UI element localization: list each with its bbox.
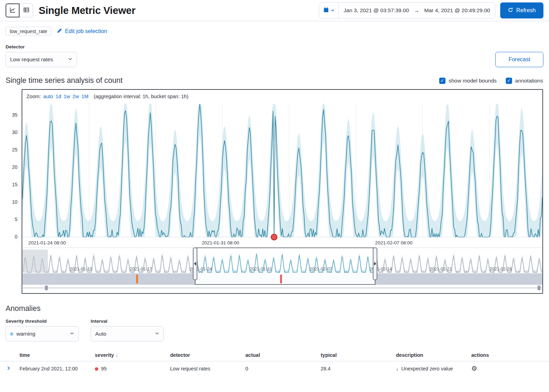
timeseries-chart-area: 05101520253035 Zoom: auto1d1w2w1M (aggre… — [22, 89, 543, 294]
gear-icon[interactable]: ⚙ — [471, 365, 477, 372]
end-date-button[interactable]: Mar 4, 2021 @ 20:49:29.00 — [419, 7, 495, 14]
chevron-down-icon — [155, 331, 159, 337]
anomalies-title: Anomalies — [0, 294, 549, 313]
svg-text:2021-02-21: 2021-02-21 — [429, 267, 452, 272]
svg-text:2021-02-07 08:00: 2021-02-07 08:00 — [375, 240, 412, 245]
brush-handle-left[interactable] — [193, 248, 197, 280]
annotations-checkbox[interactable]: ✓ annotations — [506, 78, 543, 84]
svg-text:2021-01-31: 2021-01-31 — [250, 267, 272, 272]
edit-job-selection-link[interactable]: Edit job selection — [57, 28, 107, 35]
date-range-picker: Jan 3, 2021 @ 03:57:39.00 → Mar 4, 2021 … — [319, 2, 495, 18]
interval-label: Interval — [91, 319, 164, 324]
zoom-label: Zoom: — [26, 94, 41, 99]
warning-severity-dot-icon — [10, 332, 13, 336]
refresh-icon — [508, 7, 513, 14]
anomaly-actual-cell: 0 — [243, 361, 318, 376]
checkbox-checked-icon: ✓ — [439, 78, 445, 84]
main-timeseries-chart[interactable]: 2021-01-24 08:002021-01-31 08:002021-02-… — [22, 103, 542, 248]
pencil-icon — [57, 28, 62, 35]
timeseries-chart-panel: Zoom: auto1d1w2w1M (aggregation interval… — [22, 89, 543, 294]
y-axis-tick: 0 — [15, 234, 17, 240]
column-header-actual[interactable]: actual — [243, 349, 318, 361]
single-metric-viewer-page: Single Metric Viewer Jan 3, 2021 @ 03:57… — [0, 0, 549, 376]
anomalies-table: time severity↓ detector actual typical d… — [0, 349, 549, 376]
context-chart-brush[interactable]: 2021-01-102021-01-172021-01-242021-01-31… — [22, 248, 542, 291]
column-header-detector[interactable]: detector — [167, 349, 243, 361]
column-header-actions: actions — [468, 349, 549, 361]
critical-severity-dot-icon — [95, 367, 98, 371]
chevron-down-icon — [70, 331, 74, 337]
job-selection-row: low_request_rate Edit job selection — [0, 21, 549, 36]
zoom-option-1d[interactable]: 1d — [55, 94, 61, 99]
anomaly-actions-cell: ⚙ — [468, 361, 549, 376]
date-range-arrow-icon: → — [414, 7, 419, 14]
zoom-option-1M[interactable]: 1M — [82, 94, 89, 99]
zoom-option-1w[interactable]: 1w — [63, 94, 70, 99]
view-toggle-group — [6, 3, 33, 17]
zoom-option-auto[interactable]: auto — [43, 94, 53, 99]
column-header-description[interactable]: description — [393, 349, 468, 361]
aggregation-info: (aggregation interval: 1h, bucket span: … — [94, 94, 189, 99]
severity-threshold-select[interactable]: warning — [6, 326, 79, 342]
table-header-row: time severity↓ detector actual typical d… — [0, 349, 549, 361]
table-view-button[interactable] — [19, 3, 33, 17]
sort-desc-icon: ↓ — [116, 353, 118, 358]
anomaly-detector-cell: Low request rates — [167, 361, 243, 376]
series-title: Single time series analysis of count — [6, 76, 123, 85]
scrollbar-handle-left — [45, 285, 48, 290]
y-axis-tick: 5 — [15, 217, 17, 222]
calendar-icon — [323, 7, 329, 14]
arrow-down-icon: ↓ — [396, 366, 398, 371]
anomaly-severity-cell: 95 — [92, 361, 167, 376]
svg-text:2021-02-28: 2021-02-28 — [489, 267, 512, 272]
checkbox-checked-icon: ✓ — [506, 78, 512, 84]
series-header: Single time series analysis of count ✓ s… — [3, 67, 549, 89]
anomaly-table-row: February 2nd 2021, 12:00 95 Low request … — [0, 361, 549, 376]
y-axis-tick: 35 — [12, 112, 17, 118]
y-axis-tick: 15 — [12, 182, 17, 187]
y-axis-tick: 30 — [12, 130, 17, 135]
anomalies-controls: Severity threshold warning Interval Auto — [0, 313, 549, 342]
chevron-right-icon — [6, 366, 11, 372]
show-model-bounds-checkbox[interactable]: ✓ show model bounds — [439, 78, 497, 84]
chevron-down-icon — [331, 8, 335, 13]
expand-row-button[interactable] — [3, 366, 14, 372]
scrollbar-track — [22, 287, 542, 289]
interval-select[interactable]: Auto — [91, 326, 164, 342]
y-axis-tick: 20 — [12, 164, 17, 170]
swimlane-anomaly-mark — [280, 275, 282, 283]
column-header-time[interactable]: time — [17, 349, 92, 361]
anomaly-time-cell: February 2nd 2021, 12:00 — [17, 361, 92, 376]
column-header-typical[interactable]: typical — [318, 349, 393, 361]
detector-row: Detector Low request rates Forecast — [0, 36, 549, 67]
svg-text:2021-01-17: 2021-01-17 — [130, 267, 152, 272]
job-badge: low_request_rate — [6, 27, 51, 36]
start-date-button[interactable]: Jan 3, 2021 @ 03:57:39.00 — [339, 7, 414, 14]
column-header-severity[interactable]: severity↓ — [92, 349, 167, 361]
y-axis-labels: 05101520253035 — [4, 89, 20, 249]
svg-text:2021-01-31 08:00: 2021-01-31 08:00 — [202, 240, 239, 245]
zoom-option-2w[interactable]: 2w — [73, 94, 79, 99]
refresh-button[interactable]: Refresh — [500, 2, 543, 18]
svg-text:2021-01-24 08:00: 2021-01-24 08:00 — [28, 240, 66, 245]
y-axis-tick: 25 — [12, 147, 17, 152]
scrollbar-handle-right — [537, 285, 541, 290]
severity-threshold-label: Severity threshold — [6, 319, 79, 324]
svg-text:2021-02-07: 2021-02-07 — [310, 267, 332, 272]
brush-handle-right[interactable] — [373, 248, 377, 280]
anomaly-description-cell: ↓Unexpected zero value — [393, 361, 468, 376]
anomaly-marker-dot — [271, 234, 277, 240]
anomaly-typical-cell: 28.4 — [318, 361, 393, 376]
app-header: Single Metric Viewer Jan 3, 2021 @ 03:57… — [0, 0, 549, 21]
expander-column-header — [0, 349, 17, 361]
chevron-down-icon — [68, 56, 73, 63]
chart-view-button[interactable] — [6, 3, 20, 17]
detector-label: Detector — [6, 44, 77, 49]
forecast-button[interactable]: Forecast — [495, 52, 543, 67]
svg-text:2021-01-10: 2021-01-10 — [70, 267, 92, 272]
page-title: Single Metric Viewer — [39, 5, 136, 16]
y-axis-tick: 10 — [12, 199, 17, 205]
table-icon — [23, 7, 29, 14]
detector-select[interactable]: Low request rates — [6, 52, 77, 67]
quick-select-button[interactable] — [319, 3, 339, 18]
